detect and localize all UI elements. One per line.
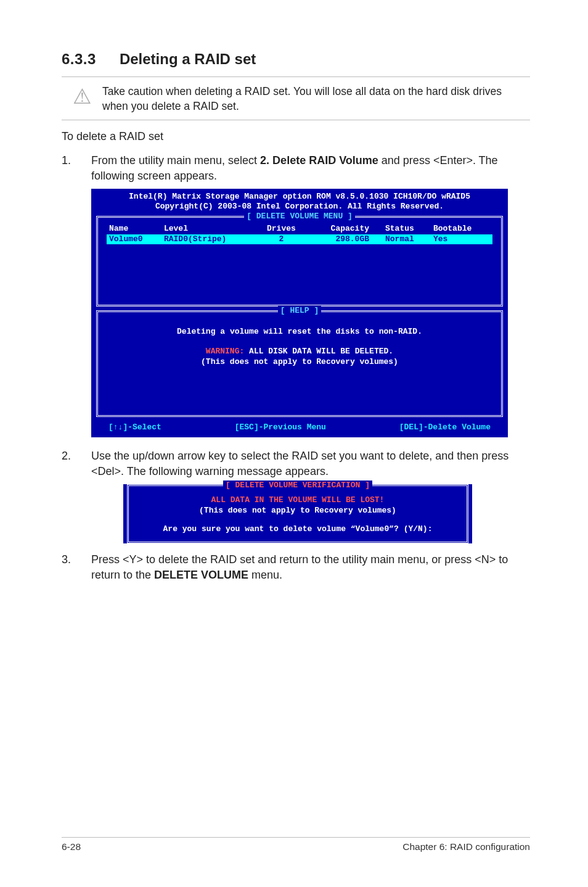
step-3-post: menu. [248,569,282,581]
help-text: Deleting a volume will reset the disks t… [107,318,492,372]
volume-row-selected[interactable]: Volume0 RAID0(Stripe) 2 298.0GB Normal Y… [107,234,492,244]
caution-text: Take caution when deleting a RAID set. Y… [102,83,530,113]
help-warn-label: WARNING: [206,347,244,356]
help-line3: (This does not apply to Recovery volumes… [112,357,488,367]
col-level: Level [161,224,258,234]
bios-title-line2: Copyright(C) 2003-08 Intel Corporation. … [95,202,504,212]
page-footer: 6-28 Chapter 6: RAID configuration [62,837,530,852]
page-number: 6-28 [62,841,81,852]
help-line2: WARNING: ALL DISK DATA WILL BE DELETED. [112,347,488,357]
step-1: 1. From the utility main menu, select 2.… [62,153,530,184]
volume-header-row: Name Level Drives Capacity Status Bootab… [107,224,492,234]
chapter-label: Chapter 6: RAID configuration [402,841,530,852]
step-3-number: 3. [62,552,91,583]
cell-level: RAID0(Stripe) [161,234,258,244]
cell-bootable: Yes [431,234,492,244]
step-3-bold: DELETE VOLUME [154,569,248,581]
step-3: 3. Press <Y> to delete the RAID set and … [62,552,530,583]
step-3-text: Press <Y> to delete the RAID set and ret… [91,552,530,583]
bios-title-line1: Intel(R) Matrix Storage Manager option R… [129,192,470,201]
help-caption: [ HELP ] [98,306,501,316]
step-2-number: 2. [62,448,91,479]
col-bootable: Bootable [431,224,492,234]
dialog-question: Are you sure you want to delete volume “… [136,524,459,535]
footer-prev: [ESC]-Previous Menu [235,423,326,432]
dialog-lost-line: ALL DATA IN THE VOLUME WILL BE LOST! [136,495,459,506]
section-heading: 6.3.3 Deleting a RAID set [62,51,530,68]
bios-titlebar: Intel(R) Matrix Storage Manager option R… [91,189,508,214]
cell-name: Volume0 [107,234,161,244]
volume-table: Name Level Drives Capacity Status Bootab… [107,224,492,244]
help-warn-rest: ALL DISK DATA WILL BE DELETED. [244,347,393,356]
cell-status: Normal [383,234,431,244]
step-2: 2. Use the up/down arrow key to select t… [62,448,530,479]
col-drives: Drives [257,224,305,234]
delete-verification-box: [ DELETE VOLUME VERIFICATION ] ALL DATA … [127,484,468,544]
panel-spacer [107,244,492,299]
step-1-number: 1. [62,153,91,184]
caution-icon: ⚠ [68,83,96,109]
cell-drives: 2 [257,234,305,244]
help-line1: Deleting a volume will reset the disks t… [112,327,488,337]
bios-footer: [↑↓]-Select [ESC]-Previous Menu [DEL]-De… [91,421,508,437]
help-spacer [107,372,492,409]
footer-select: [↑↓]-Select [108,423,161,432]
col-name: Name [107,224,161,234]
delete-volume-panel: [ DELETE VOLUME MENU ] Name Level Drives… [96,216,503,307]
section-number: 6.3.3 [62,51,96,68]
dialog-recovery: (This does not apply to Recovery volumes… [136,505,459,516]
step-1-bold: 2. Delete RAID Volume [260,154,378,167]
page: 6.3.3 Deleting a RAID set ⚠ Take caution… [0,0,588,887]
step-2-text: Use the up/down arrow key to select the … [91,448,530,479]
cell-capacity: 298.0GB [305,234,383,244]
step-1-text: From the utility main menu, select 2. De… [91,153,530,184]
subheading: To delete a RAID set [62,130,530,143]
footer-delete: [DEL]-Delete Volume [399,423,491,432]
help-panel: [ HELP ] Deleting a volume will reset th… [96,310,503,417]
caution-icon-wrap: ⚠ [62,83,102,109]
caution-callout: ⚠ Take caution when deleting a RAID set.… [62,76,530,120]
step-1-pre: From the utility main menu, select [91,154,260,167]
col-capacity: Capacity [305,224,383,234]
section-title: Deleting a RAID set [120,51,256,68]
bios-screenshot: Intel(R) Matrix Storage Manager option R… [91,189,508,437]
delete-verification-dialog: [ DELETE VOLUME VERIFICATION ] ALL DATA … [123,484,472,544]
delete-verification-caption: [ DELETE VOLUME VERIFICATION ] [129,480,467,491]
col-status: Status [383,224,431,234]
